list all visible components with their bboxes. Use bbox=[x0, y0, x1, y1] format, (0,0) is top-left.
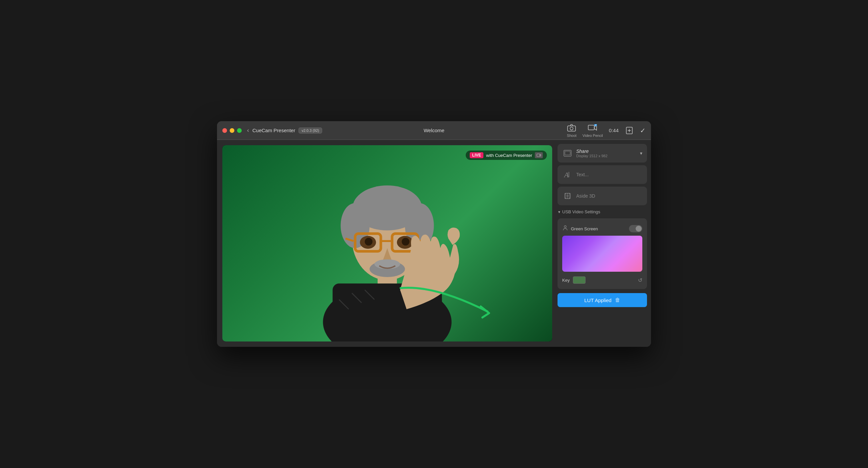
video-pencil-button[interactable]: Video Pencil bbox=[583, 123, 603, 137]
live-icon-box bbox=[535, 152, 543, 158]
video-pencil-label: Video Pencil bbox=[583, 133, 603, 137]
main-content: LIVE with CueCam Presenter bbox=[217, 140, 651, 347]
svg-rect-2 bbox=[588, 125, 594, 130]
share-icon bbox=[562, 148, 573, 159]
camera-icon bbox=[567, 123, 576, 132]
svg-rect-28 bbox=[537, 154, 540, 157]
arrow-indicator bbox=[394, 278, 501, 321]
lut-button-label: LUT Applied bbox=[584, 298, 611, 303]
usb-settings-label: USB Video Settings bbox=[562, 209, 600, 214]
minimize-button[interactable] bbox=[230, 128, 235, 133]
text-card[interactable]: A Text... bbox=[558, 165, 647, 184]
share-card[interactable]: Share Display 1512 x 982 ▾ bbox=[558, 144, 647, 162]
app-name: CueCam Presenter bbox=[252, 127, 295, 133]
live-indicator: LIVE bbox=[470, 152, 484, 158]
refresh-icon[interactable]: ↺ bbox=[638, 277, 642, 283]
share-title: Share bbox=[576, 149, 637, 154]
chevron-down-icon: ▾ bbox=[640, 151, 642, 156]
maximize-button[interactable] bbox=[237, 128, 242, 133]
key-color-box[interactable] bbox=[573, 276, 586, 284]
app-window: ‹ CueCam Presenter v2.0.3 (92) Welcome S… bbox=[217, 121, 651, 347]
share-info: Share Display 1512 x 982 bbox=[576, 149, 637, 158]
green-screen-row: Green Screen bbox=[562, 222, 642, 236]
green-screen-toggle[interactable] bbox=[629, 225, 642, 232]
text-placeholder: Text... bbox=[576, 172, 589, 177]
checkmark-icon[interactable]: ✓ bbox=[640, 126, 646, 134]
video-pencil-icon bbox=[588, 123, 597, 132]
svg-point-1 bbox=[570, 127, 573, 130]
window-title: Welcome bbox=[424, 127, 444, 133]
sidebar: Share Display 1512 x 982 ▾ A Text... bbox=[558, 140, 651, 347]
title-bar-left: ‹ CueCam Presenter v2.0.3 (92) bbox=[247, 127, 322, 134]
trash-icon: 🗑 bbox=[615, 297, 620, 303]
svg-point-19 bbox=[365, 238, 373, 246]
export-icon[interactable] bbox=[625, 126, 634, 135]
person-icon bbox=[562, 225, 568, 232]
aside-card[interactable]: Aside 3D bbox=[558, 187, 647, 205]
close-button[interactable] bbox=[222, 128, 227, 133]
live-badge: LIVE with CueCam Presenter bbox=[466, 151, 547, 160]
aside-label: Aside 3D bbox=[576, 193, 595, 198]
title-bar: ‹ CueCam Presenter v2.0.3 (92) Welcome S… bbox=[217, 121, 651, 140]
green-screen-label: Green Screen bbox=[571, 226, 626, 231]
svg-point-36 bbox=[564, 226, 566, 228]
usb-settings-panel: Green Screen Key ↺ bbox=[558, 218, 647, 289]
svg-rect-0 bbox=[567, 126, 576, 131]
title-bar-right: Shoot Video Pencil 0:44 bbox=[567, 123, 646, 137]
aside-3d-icon bbox=[562, 191, 573, 201]
version-badge: v2.0.3 (92) bbox=[299, 127, 322, 133]
lut-button[interactable]: LUT Applied 🗑 bbox=[558, 293, 647, 307]
svg-text:A: A bbox=[563, 170, 569, 179]
key-label: Key bbox=[562, 278, 569, 283]
svg-rect-30 bbox=[565, 151, 570, 155]
gradient-preview[interactable] bbox=[562, 236, 642, 272]
back-button[interactable]: ‹ bbox=[247, 127, 249, 134]
share-subtitle: Display 1512 x 982 bbox=[576, 154, 637, 158]
video-background: LIVE with CueCam Presenter bbox=[222, 145, 552, 342]
timer-display: 0:44 bbox=[609, 127, 619, 133]
text-icon: A bbox=[562, 169, 573, 180]
video-area: LIVE with CueCam Presenter bbox=[222, 145, 552, 342]
shoot-button[interactable]: Shoot bbox=[567, 123, 577, 137]
svg-point-20 bbox=[402, 238, 409, 246]
section-chevron-icon: ▾ bbox=[558, 210, 560, 214]
traffic-lights bbox=[222, 128, 242, 133]
usb-settings-header[interactable]: ▾ USB Video Settings bbox=[558, 208, 647, 216]
live-label: with CueCam Presenter bbox=[486, 153, 532, 158]
key-row: Key ↺ bbox=[562, 275, 642, 285]
shoot-label: Shoot bbox=[567, 133, 577, 137]
